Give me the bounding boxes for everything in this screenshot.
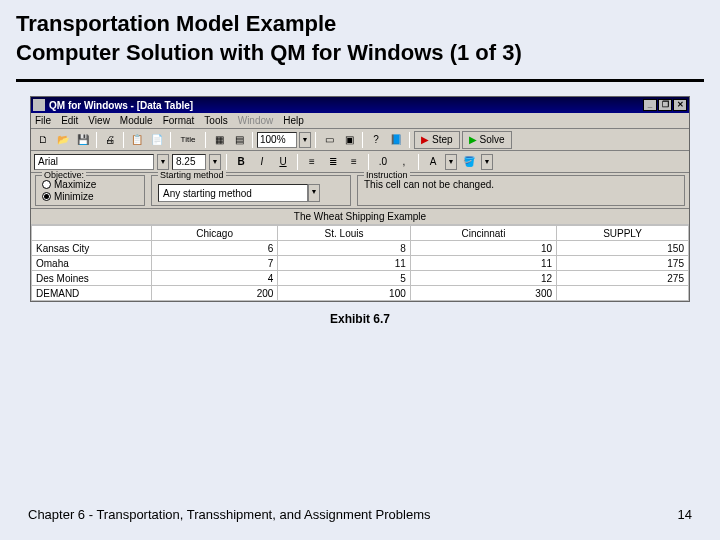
data-cell[interactable]: 275	[557, 271, 689, 286]
align-center-icon[interactable]: ≣	[324, 153, 342, 171]
window-title: QM for Windows - [Data Table]	[49, 100, 193, 111]
minimize-button[interactable]: _	[643, 99, 657, 111]
instruction-text: This cell can not be changed.	[364, 178, 678, 191]
solve-button[interactable]: ▶ Solve	[462, 131, 512, 149]
titlebar: QM for Windows - [Data Table] _ ❐ ✕	[31, 97, 689, 113]
data-cell[interactable]: 7	[152, 256, 278, 271]
decimal-zero-icon[interactable]: .0	[374, 153, 392, 171]
data-cell[interactable]: 11	[410, 256, 556, 271]
fill-color-icon[interactable]: 🪣	[460, 153, 478, 171]
menu-module[interactable]: Module	[120, 115, 153, 126]
instruction-label: Instruction	[364, 170, 410, 180]
config-bar: Objective: Maximize Minimize Starting me…	[31, 173, 689, 209]
menu-view[interactable]: View	[88, 115, 110, 126]
font-size-input[interactable]: 8.25	[172, 154, 206, 170]
help-icon[interactable]: ?	[367, 131, 385, 149]
starting-method-panel: Starting method Any starting method ▼	[151, 175, 351, 206]
copy-icon[interactable]: 📋	[128, 131, 146, 149]
table-row: Kansas City6810150	[32, 241, 689, 256]
data-table: Chicago St. Louis Cincinnati SUPPLY Kans…	[31, 225, 689, 301]
paste-icon[interactable]: 📄	[148, 131, 166, 149]
module-help-icon[interactable]: 📘	[387, 131, 405, 149]
col-stlouis: St. Louis	[278, 226, 410, 241]
data-cell[interactable]: 100	[278, 286, 410, 301]
data-cell[interactable]	[557, 286, 689, 301]
main-toolbar: 🗋 📂 💾 🖨 📋 📄 Title ▦ ▤ 100% ▼ ▭ ▣ ? 📘 ▶ S…	[31, 129, 689, 151]
zoom-dropdown-icon[interactable]: ▼	[299, 132, 311, 148]
minimize-option[interactable]: Minimize	[42, 190, 138, 202]
font-color-dropdown-icon[interactable]: ▼	[445, 154, 457, 170]
font-name-dropdown-icon[interactable]: ▼	[157, 154, 169, 170]
menu-file[interactable]: File	[35, 115, 51, 126]
step-button[interactable]: ▶ Step	[414, 131, 460, 149]
data-cell[interactable]: 11	[278, 256, 410, 271]
layout2-icon[interactable]: ▣	[340, 131, 358, 149]
save-icon[interactable]: 💾	[74, 131, 92, 149]
font-color-icon[interactable]: A	[424, 153, 442, 171]
data-cell[interactable]: 10	[410, 241, 556, 256]
grid1-icon[interactable]: ▦	[210, 131, 228, 149]
row-header: Kansas City	[32, 241, 152, 256]
solve-arrow-icon: ▶	[469, 134, 477, 145]
data-cell[interactable]: 150	[557, 241, 689, 256]
col-cincinnati: Cincinnati	[410, 226, 556, 241]
menu-help[interactable]: Help	[283, 115, 304, 126]
data-cell[interactable]: 4	[152, 271, 278, 286]
data-cell[interactable]: 300	[410, 286, 556, 301]
new-icon[interactable]: 🗋	[34, 131, 52, 149]
starting-method-select[interactable]: Any starting method	[158, 184, 308, 202]
align-right-icon[interactable]: ≡	[345, 153, 363, 171]
col-blank	[32, 226, 152, 241]
align-left-icon[interactable]: ≡	[303, 153, 321, 171]
data-cell[interactable]: 175	[557, 256, 689, 271]
row-header: Des Moines	[32, 271, 152, 286]
menu-window[interactable]: Window	[238, 115, 274, 126]
step-arrow-icon: ▶	[421, 134, 429, 145]
font-size-dropdown-icon[interactable]: ▼	[209, 154, 221, 170]
footer-page-number: 14	[678, 507, 692, 522]
font-name-input[interactable]: Arial	[34, 154, 154, 170]
format-toolbar: Arial ▼ 8.25 ▼ B I U ≡ ≣ ≡ .0 , A ▼ 🪣 ▼	[31, 151, 689, 173]
data-cell[interactable]: 6	[152, 241, 278, 256]
zoom-input[interactable]: 100%	[257, 132, 297, 148]
table-row: Des Moines4512275	[32, 271, 689, 286]
print-icon[interactable]: 🖨	[101, 131, 119, 149]
starting-method-label: Starting method	[158, 170, 226, 180]
slide-title: Transportation Model Example Computer So…	[0, 0, 720, 75]
starting-dropdown-icon[interactable]: ▼	[308, 184, 320, 202]
bold-button[interactable]: B	[232, 153, 250, 171]
table-header-row: Chicago St. Louis Cincinnati SUPPLY	[32, 226, 689, 241]
data-cell[interactable]: 12	[410, 271, 556, 286]
window-control-buttons: _ ❐ ✕	[643, 99, 687, 111]
italic-button[interactable]: I	[253, 153, 271, 171]
maximize-button[interactable]: ❐	[658, 99, 672, 111]
close-button[interactable]: ✕	[673, 99, 687, 111]
title-line-1: Transportation Model Example	[16, 10, 704, 39]
objective-panel: Objective: Maximize Minimize	[35, 175, 145, 206]
open-icon[interactable]: 📂	[54, 131, 72, 149]
fill-color-dropdown-icon[interactable]: ▼	[481, 154, 493, 170]
data-cell[interactable]: 5	[278, 271, 410, 286]
app-icon	[33, 99, 45, 111]
menubar: File Edit View Module Format Tools Windo…	[31, 113, 689, 129]
comma-icon[interactable]: ,	[395, 153, 413, 171]
title-line-2: Computer Solution with QM for Windows (1…	[16, 39, 704, 68]
data-cell[interactable]: 8	[278, 241, 410, 256]
title-icon[interactable]: Title	[175, 131, 201, 149]
radio-selected-icon	[42, 192, 51, 201]
grid2-icon[interactable]: ▤	[230, 131, 248, 149]
col-supply: SUPPLY	[557, 226, 689, 241]
col-chicago: Chicago	[152, 226, 278, 241]
data-cell[interactable]: 200	[152, 286, 278, 301]
instruction-panel: Instruction This cell can not be changed…	[357, 175, 685, 206]
underline-button[interactable]: U	[274, 153, 292, 171]
menu-tools[interactable]: Tools	[204, 115, 227, 126]
title-divider	[16, 79, 704, 82]
menu-format[interactable]: Format	[163, 115, 195, 126]
menu-edit[interactable]: Edit	[61, 115, 78, 126]
objective-label: Objective:	[42, 170, 86, 180]
row-header: DEMAND	[32, 286, 152, 301]
row-header: Omaha	[32, 256, 152, 271]
layout1-icon[interactable]: ▭	[320, 131, 338, 149]
footer-chapter: Chapter 6 - Transportation, Transshipmen…	[28, 507, 430, 522]
